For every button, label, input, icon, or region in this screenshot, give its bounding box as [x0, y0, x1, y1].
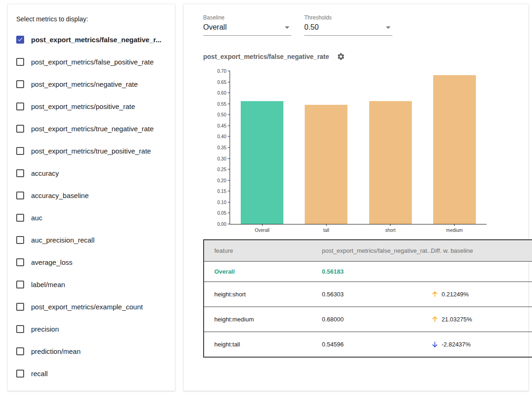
plot-area: 0.000.050.100.150.200.250.300.350.400.45… [230, 71, 487, 224]
thresholds-dropdown-group: Thresholds 0.50 [304, 14, 392, 36]
metric-checkbox-item[interactable]: post_export_metrics/positive_rate [16, 95, 167, 117]
metric-checkbox-item[interactable]: post_export_metrics/false_negative_r... [16, 28, 167, 51]
checkbox-icon[interactable] [16, 214, 24, 222]
metric-checkbox-item[interactable]: accuracy_baseline [16, 184, 167, 206]
checkbox-icon[interactable] [16, 147, 24, 155]
y-tick: 0.00 [218, 222, 230, 227]
col-header-metric: post_export_metrics/false_negative_rat..… [312, 240, 421, 262]
checkbox-icon[interactable] [16, 192, 24, 199]
bar-short[interactable] [369, 101, 412, 224]
bar-Overall[interactable] [241, 101, 283, 224]
metric-label: accuracy [31, 169, 59, 177]
metric-label: post_export_metrics/false_positive_rate [31, 58, 154, 66]
checkbox-icon[interactable] [16, 325, 24, 333]
metric-checkbox-item[interactable]: label/mean [16, 273, 167, 295]
checkbox-icon[interactable] [16, 80, 24, 88]
metric-list: post_export_metrics/false_negative_r... … [16, 28, 167, 384]
metric-checkbox-item[interactable]: post_export_metrics/example_count [16, 295, 167, 318]
checkbox-icon[interactable] [16, 36, 24, 44]
checkbox-icon[interactable] [16, 347, 24, 355]
metric-label: post_export_metrics/example_count [31, 303, 143, 311]
dropdown-arrow-icon [285, 26, 289, 29]
y-tick: 0.05 [218, 211, 230, 216]
metric-selector-title: Select metrics to display: [16, 15, 167, 23]
metric-label: post_export_metrics/true_positive_rate [31, 147, 151, 155]
checkbox-icon[interactable] [16, 102, 24, 110]
feature-cell: height:medium [204, 307, 312, 332]
diff-value: 0.21249% [442, 291, 469, 298]
metric-checkbox-item[interactable]: auc_precision_recall [16, 229, 167, 251]
diff-cell-wrap: -2.82437% [421, 332, 532, 358]
checkbox-icon[interactable] [16, 303, 24, 311]
metric-label: precision [31, 325, 59, 333]
y-tick: 0.55 [218, 101, 230, 106]
metric-checkbox-item[interactable]: auc [16, 206, 167, 229]
diff-value: -2.82437% [442, 341, 471, 348]
table-row[interactable]: height:medium 0.68000 21.03275% [204, 307, 532, 332]
checkbox-icon[interactable] [16, 236, 24, 244]
diff-value: 21.03275% [442, 316, 472, 323]
metric-label: label/mean [31, 281, 65, 288]
col-header-feature: feature [204, 240, 312, 262]
x-tick: tall [294, 224, 358, 233]
x-tick: short [359, 224, 423, 233]
y-tick: 0.45 [218, 123, 230, 128]
metric-label: prediction/mean [31, 347, 81, 355]
y-tick: 0.65 [218, 79, 230, 84]
bar-medium[interactable] [433, 75, 476, 224]
metric-checkbox-item[interactable]: post_export_metrics/false_positive_rate [16, 51, 167, 73]
metric-checkbox-item[interactable]: recall [16, 362, 167, 384]
value-cell: 0.68000 [312, 307, 421, 332]
metric-checkbox-item[interactable]: average_loss [16, 251, 167, 273]
diff-arrow-icon [431, 340, 439, 348]
metric-label: auc_precision_recall [31, 236, 95, 244]
analysis-panel: Baseline Overall Thresholds 0.50 post_ex… [183, 4, 529, 391]
metric-label: post_export_metrics/false_negative_r... [31, 36, 161, 44]
metric-label: post_export_metrics/true_negative_rate [31, 125, 154, 133]
gear-icon[interactable] [337, 52, 345, 61]
diff-arrow-icon [431, 290, 439, 298]
checkbox-icon[interactable] [16, 125, 24, 133]
baseline-label: Baseline [203, 14, 291, 21]
table-row[interactable]: height:short 0.56303 0.21249% [204, 282, 532, 307]
metric-label: post_export_metrics/positive_rate [31, 102, 135, 110]
feature-cell: Overall [204, 262, 312, 282]
metric-label: average_loss [31, 258, 72, 266]
checkbox-icon[interactable] [16, 169, 24, 177]
bars-container [230, 71, 487, 224]
controls-row: Baseline Overall Thresholds 0.50 [203, 14, 528, 36]
metric-checkbox-item[interactable]: prediction/mean [16, 340, 167, 362]
checkbox-icon[interactable] [16, 58, 24, 66]
checkbox-icon[interactable] [16, 281, 24, 288]
checkbox-icon[interactable] [16, 370, 24, 378]
metric-checkbox-item[interactable]: post_export_metrics/true_negative_rate [16, 117, 167, 140]
metric-checkbox-item[interactable]: post_export_metrics/negative_rate [16, 73, 167, 95]
bar-tall[interactable] [305, 105, 347, 224]
baseline-value: Overall [203, 23, 227, 32]
value-cell: 0.56303 [312, 282, 421, 307]
value-cell: 0.56183 [312, 262, 421, 282]
y-tick: 0.10 [218, 199, 230, 205]
table-row[interactable]: Overall 0.56183 [204, 262, 532, 282]
y-tick: 0.15 [218, 189, 230, 194]
metric-checkbox-item[interactable]: accuracy [16, 162, 167, 184]
y-tick: 0.30 [218, 156, 230, 161]
check-icon [17, 36, 23, 43]
metric-checkbox-item[interactable]: post_export_metrics/true_positive_rate [16, 140, 167, 162]
y-tick: 0.70 [218, 69, 230, 74]
table-row[interactable]: height:tall 0.54596 -2.82437% [204, 332, 532, 358]
thresholds-value: 0.50 [304, 23, 319, 32]
baseline-select[interactable]: Overall [203, 23, 291, 36]
x-tick: medium [423, 224, 487, 233]
chart-title-row: post_export_metrics/false_negative_rate [203, 52, 528, 61]
thresholds-label: Thresholds [304, 14, 392, 21]
y-tick: 0.25 [218, 167, 230, 172]
y-tick: 0.60 [218, 90, 230, 96]
metric-checkbox-item[interactable]: precision [16, 318, 167, 340]
metric-selector-panel: Select metrics to display: post_export_m… [7, 4, 175, 391]
metric-label: accuracy_baseline [31, 192, 89, 199]
checkbox-icon[interactable] [16, 258, 24, 266]
metric-label: auc [31, 214, 42, 222]
feature-cell: height:short [204, 282, 312, 307]
thresholds-select[interactable]: 0.50 [304, 23, 392, 36]
